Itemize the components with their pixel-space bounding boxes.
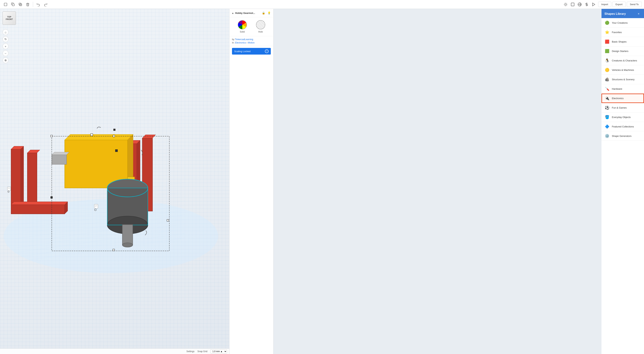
svg-rect-3 — [20, 4, 22, 6]
props-light-icon[interactable]: 💡 — [267, 11, 271, 15]
handle-top-left[interactable] — [90, 134, 93, 136]
solid-option[interactable]: Solid — [238, 20, 247, 33]
undo-button[interactable] — [35, 1, 42, 8]
svg-marker-24 — [137, 140, 140, 177]
handle-mid[interactable] — [115, 150, 118, 152]
hole-circle-icon — [256, 20, 265, 30]
gray-attachment[interactable] — [52, 155, 66, 164]
duplicate-button[interactable] — [17, 1, 24, 8]
svg-marker-28 — [52, 152, 69, 155]
svg-rect-0 — [4, 3, 7, 6]
rotation-handle-top[interactable] — [97, 127, 101, 128]
handle-tc[interactable] — [113, 135, 115, 137]
category-link[interactable]: Electronics — [235, 42, 246, 44]
props-title: Hobby Gearmot... — [235, 12, 260, 15]
properties-panel: ▲ Hobby Gearmot... 🔒 💡 Solid Hole by Tin… — [229, 9, 274, 177]
scaling-locked-row: Scaling Locked ? — [232, 48, 271, 55]
handle-top[interactable] — [114, 129, 115, 131]
svg-marker-27 — [128, 134, 133, 177]
svg-marker-20 — [27, 150, 40, 153]
solid-circle-icon — [238, 20, 247, 30]
by-label: by — [232, 38, 234, 41]
in-label: In: — [232, 42, 234, 44]
new-button[interactable] — [2, 1, 9, 8]
hole-label: Hole — [258, 31, 263, 33]
svg-marker-26 — [65, 134, 133, 140]
scaling-help-button[interactable]: ? — [265, 49, 268, 53]
handle-tl[interactable] — [51, 135, 52, 137]
props-lock-icon[interactable]: 🔒 — [261, 11, 266, 15]
author-link[interactable]: TinkercadLearning — [235, 38, 253, 41]
scaling-locked-label: Scaling Locked — [234, 50, 250, 53]
red-post-2[interactable] — [27, 153, 37, 177]
solid-hole-row: Solid Hole — [230, 17, 274, 36]
copy-button[interactable] — [10, 1, 16, 8]
redo-button[interactable] — [42, 1, 49, 8]
hole-option[interactable]: Hole — [256, 20, 265, 33]
delete-button[interactable] — [24, 1, 31, 8]
svg-marker-25 — [142, 135, 156, 138]
scene-canvas[interactable] — [0, 9, 229, 177]
red-post-1[interactable] — [11, 149, 21, 177]
props-collapse-button[interactable]: ▲ — [232, 12, 234, 15]
svg-rect-2 — [19, 3, 21, 5]
svg-rect-1 — [12, 4, 14, 6]
solid-label: Solid — [240, 31, 245, 33]
props-meta: by TinkercadLearning In: Electronics › M… — [230, 36, 274, 46]
red-post-right-2[interactable] — [142, 138, 152, 177]
main-toolbar: Import Export Send To — [0, 0, 322, 9]
gearmotor-body[interactable] — [65, 140, 128, 177]
subcategory-link[interactable]: Motion — [248, 42, 254, 44]
3d-viewport[interactable]: TOP FRONT ⌂ ↻ + − ⊕ — [0, 9, 229, 177]
props-header: ▲ Hobby Gearmot... 🔒 💡 — [230, 9, 274, 17]
svg-marker-19 — [21, 146, 24, 177]
